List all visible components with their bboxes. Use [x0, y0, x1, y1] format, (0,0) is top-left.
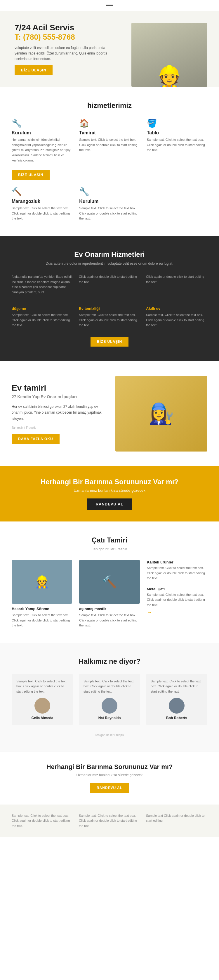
hero-section: 7/24 Acil Servis T: (780) 555-8768 volup…: [0, 11, 219, 87]
cati-grid: 👷 Hasarlı Yanıp Sönme Sample text. Click…: [12, 560, 207, 628]
cati-item-title-2: aşınmış mastik: [79, 606, 139, 611]
cta1-title: Herhangi Bir Barınma Sorununuz Var mı?: [12, 478, 207, 486]
hero-desc: voluptate velit esse cillum dolore eu fu…: [14, 45, 108, 62]
ev-onarim-subtitle: Duis aute irure dolor in reprehenderit i…: [12, 261, 207, 266]
cta1-btn[interactable]: RANDEVU AL: [87, 498, 132, 510]
ev-tamiri-img-placeholder: 👩‍🔧: [115, 376, 207, 452]
cta2-subtitle: Uzmanlarımız bunları kısa sürede çözecek: [12, 773, 207, 777]
testimonials-source: Ten görüntüler Freepik: [12, 733, 207, 737]
cati-item-desc-1: Sample text. Click to select the text bo…: [12, 613, 72, 628]
service-desc-5: Sample text. Click to select the text bo…: [79, 206, 139, 221]
ev-onarim-btn-wrap: BİZE ULAŞIN: [12, 337, 207, 347]
ev-onarim-col2: Click again or double click to start edi…: [79, 274, 140, 295]
bottom-sample-col1: Sample text. Click to select the text bo…: [12, 813, 73, 829]
bottom-sample-section: Sample text. Click to select the text bo…: [0, 805, 219, 837]
bottom-sample-col2: Sample text. Click to select the text bo…: [79, 813, 140, 829]
service-title-2: Tamirat: [79, 130, 139, 135]
service-item-2: 🏠 Tamirat Sample text. Click to select t…: [79, 118, 139, 180]
testimonial-avatar-2: Nat Reynolds: [83, 698, 136, 720]
service-title-4: Marangozluk: [12, 199, 72, 204]
service-icon-2: 🏠: [79, 118, 139, 128]
ev-onarim-title: Ev Onarım Hizmetleri: [12, 250, 207, 259]
services-grid: 🔧 Kurulum Her zaman sizin için tüm elekt…: [12, 118, 207, 221]
cta2-btn[interactable]: RANDEVU AL: [90, 783, 129, 793]
service-item-1: 🔧 Kurulum Her zaman sizin için tüm elekt…: [12, 118, 72, 180]
testimonial-text-2: Sample text. Click to select the text bo…: [83, 679, 136, 694]
avatar-3: [169, 698, 185, 714]
ev-onarim-services: döşeme Sample text. Click to select the …: [12, 302, 207, 328]
ev-onarim-service-title-3: Akıllı ev: [146, 306, 207, 311]
hero-phone: T: (780) 555-8768: [14, 33, 205, 42]
ev-onarim-service-1: döşeme Sample text. Click to select the …: [12, 302, 73, 328]
ev-tamiri-section: Ev tamiri 27 Kendin Yap Ev Onarım İpuçla…: [0, 361, 219, 466]
service-icon-1: 🔧: [12, 118, 72, 128]
ev-tamiri-btn[interactable]: DAHA FAZLA OKU: [12, 434, 59, 444]
ev-onarim-service-desc-3: Sample text. Click to select the text bo…: [146, 312, 207, 328]
services-section: hizmetlerimiz 🔧 Kurulum Her zaman sizin …: [0, 87, 219, 236]
testimonial-2: Sample text. Click to select the text bo…: [79, 674, 140, 725]
cati-item-title-1: Hasarlı Yanıp Sönme: [12, 606, 72, 611]
ev-onarim-service-title-1: döşeme: [12, 306, 73, 311]
testimonial-name-2: Nat Reynolds: [98, 716, 121, 720]
cati-img-2: 🔨: [79, 560, 139, 604]
ev-tamiri-title: Ev tamiri: [12, 383, 104, 393]
ev-tamiri-image: 👩‍🔧: [115, 376, 207, 452]
ev-onarim-service-3: Akıllı ev Sample text. Click to select t…: [146, 302, 207, 328]
service-item-3: 🪣 Tablo Sample text. Click to select the…: [147, 118, 207, 180]
testimonial-name-3: Bob Roberts: [166, 716, 187, 720]
testimonials-grid: Sample text. Click to select the text bo…: [12, 674, 207, 725]
ev-tamiri-source: Tan resimt Freepik: [12, 426, 104, 430]
hamburger-menu[interactable]: [0, 0, 219, 11]
cati-col-right: Kaliteli ürünler Sample text. Click to s…: [147, 560, 207, 628]
cati-right-item-1: Kaliteli ürünler Sample text. Click to s…: [147, 560, 207, 581]
cta-banner-1: Herhangi Bir Barınma Sorununuz Var mı? U…: [0, 466, 219, 522]
arrow-link[interactable]: →: [147, 609, 152, 616]
cati-right-item-2: Metal Çatı Sample text. Click to select …: [147, 587, 207, 616]
ev-onarim-btn[interactable]: BİZE ULAŞIN: [91, 337, 128, 347]
service-desc-3: Sample text. Click to select the text bo…: [147, 137, 207, 153]
service-icon-3: 🪣: [147, 118, 207, 128]
cati-title: Çatı Tamiri: [12, 536, 207, 544]
service-desc-2: Sample text. Click to select the text bo…: [79, 137, 139, 153]
services-title: hizmetlerimiz: [12, 102, 207, 110]
hero-btn[interactable]: BİZE ULAŞIN: [14, 65, 53, 75]
ev-onarim-section: Ev Onarım Hizmetleri Duis aute irure dol…: [0, 236, 219, 361]
cati-right-desc-2: Sample text. Click to select the text bo…: [147, 592, 207, 608]
hero-text: 7/24 Acil Servis T: (780) 555-8768 volup…: [14, 23, 205, 75]
cta2-title: Herhangi Bir Barınma Sorununuz Var mı?: [12, 763, 207, 771]
testimonial-avatar-3: Bob Roberts: [151, 698, 203, 720]
bottom-cta-section: Herhangi Bir Barınma Sorununuz Var mı? U…: [0, 751, 219, 805]
ev-onarim-col3: Click again or double click to start edi…: [146, 274, 207, 295]
service-title-3: Tablo: [147, 130, 207, 135]
ev-onarim-col1: fugiat nulla pariatur'da yeniden ifade e…: [12, 274, 73, 295]
cati-subtitle: Ten görüntüler Freepik: [12, 547, 207, 551]
service-desc-4: Sample text. Click to select the text bo…: [12, 206, 72, 221]
services-btn[interactable]: BİZE ULAŞIN: [12, 170, 50, 180]
ev-onarim-service-desc-2: Sample text. Click to select the text bo…: [79, 312, 140, 328]
cati-right-desc-1: Sample text. Click to select the text bo…: [147, 565, 207, 581]
service-icon-4: 🔨: [12, 187, 72, 196]
avatar-2: [102, 698, 117, 714]
testimonial-avatar-1: Celia Almeda: [16, 698, 68, 720]
cati-item-desc-2: Sample text. Click to select the text bo…: [79, 613, 139, 628]
ev-onarim-service-2: Ev temizliği Sample text. Click to selec…: [79, 302, 140, 328]
ev-tamiri-desc: Her ev sahibinin bilmesi gereken 27 akıl…: [12, 404, 104, 422]
cati-section: Çatı Tamiri Ten görüntüler Freepik 👷 Has…: [0, 522, 219, 643]
bottom-sample-col3: Sample text Click again or double click …: [146, 813, 207, 829]
service-desc-1: Her zaman sizin için tüm elektrikçi anla…: [12, 137, 72, 163]
testimonial-1: Sample text. Click to select the text bo…: [12, 674, 73, 725]
testimonials-section: Halkımız ne diyor? Sample text. Click to…: [0, 643, 219, 751]
hero-title: 7/24 Acil Servis: [14, 23, 205, 33]
service-icon-5: 🔧: [79, 187, 139, 196]
cta1-subtitle: Uzmanlarımız bunları kısa sürede çözecek: [12, 488, 207, 493]
testimonial-text-3: Sample text. Click to select the text bo…: [151, 679, 203, 694]
avatar-1: [34, 698, 50, 714]
testimonial-name-1: Celia Almeda: [32, 716, 53, 720]
service-title-1: Kurulum: [12, 130, 72, 135]
service-title-5: Kurulum: [79, 199, 139, 204]
cati-right-title-1: Kaliteli ürünler: [147, 560, 207, 564]
ev-onarim-service-title-2: Ev temizliği: [79, 306, 140, 311]
testimonial-text-1: Sample text. Click to select the text bo…: [16, 679, 68, 694]
cati-col-mid: 🔨 aşınmış mastik Sample text. Click to s…: [79, 560, 139, 628]
ev-onarim-service-desc-1: Sample text. Click to select the text bo…: [12, 312, 73, 328]
